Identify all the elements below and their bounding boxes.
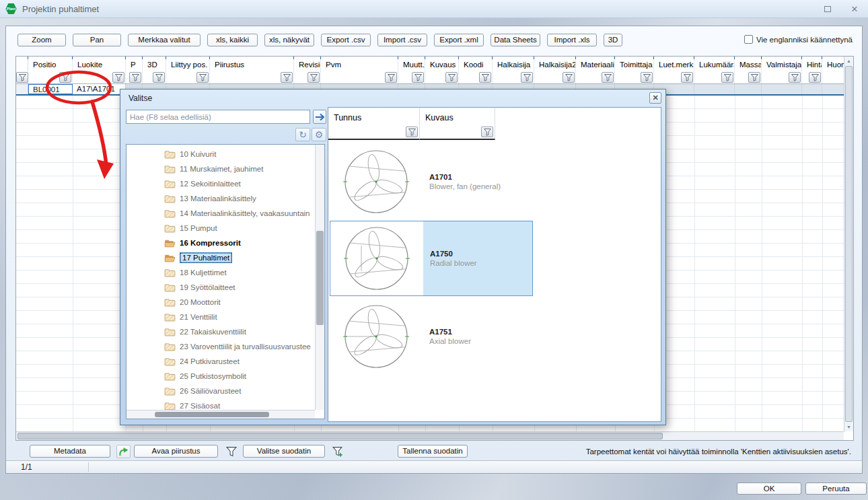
- filter-button-hinta[interactable]: [809, 72, 821, 83]
- tree-item-26-s-ili-varusteet[interactable]: 26 Säiliövarusteet: [126, 384, 315, 398]
- filter-button-koodi[interactable]: [479, 72, 491, 83]
- tree-item-17-puhaltimet[interactable]: 17 Puhaltimet: [126, 250, 315, 265]
- dialog-close-button[interactable]: ✕: [649, 92, 661, 104]
- select-filter-button[interactable]: Valitse suodatin: [243, 445, 325, 458]
- tree-item-14-materiaalink-sittely-vaakasuuntain[interactable]: 14 Materiaalinkäsittely, vaakasuuntain: [126, 206, 315, 221]
- data-cell-hinta[interactable]: [802, 84, 822, 94]
- column-header-kuvaus[interactable]: Kuvaus: [425, 59, 459, 71]
- filter-button-massa[interactable]: [748, 72, 760, 83]
- column-header-luokite[interactable]: Luokite: [73, 59, 126, 71]
- cancel-button[interactable]: Peruuta: [805, 483, 867, 495]
- vertical-scroll-thumb[interactable]: [845, 66, 853, 422]
- filter-button-tunnus[interactable]: [406, 127, 418, 137]
- symbol-item-a1750[interactable]: A1750Radial blower: [330, 221, 533, 296]
- filter-button-piirustus[interactable]: [281, 72, 293, 83]
- toolbar-button-zoom[interactable]: Zoom: [17, 34, 66, 46]
- tree-item-19-sy-tt-laitteet[interactable]: 19 Syöttölaitteet: [126, 280, 315, 295]
- filter-button-halkaisija[interactable]: [521, 72, 533, 83]
- refresh-button[interactable]: ↻: [295, 128, 310, 141]
- search-input[interactable]: [126, 110, 310, 124]
- data-cell-lukum-r[interactable]: [694, 84, 735, 94]
- tree-item-18-kuljettimet[interactable]: 18 Kuljettimet: [126, 265, 315, 280]
- filter-button-positio[interactable]: [59, 72, 71, 83]
- add-filter-icon-button[interactable]: [330, 445, 345, 458]
- filter-button-3d[interactable]: [153, 72, 165, 83]
- filter-button-toimittaja[interactable]: [641, 72, 653, 83]
- filter-button-luet-merk[interactable]: [681, 72, 693, 83]
- column-header-toimittaja[interactable]: Toimittaja: [615, 59, 654, 71]
- toolbar-button-data-sheets[interactable]: Data Sheets: [491, 34, 540, 46]
- column-header-p[interactable]: P: [126, 59, 143, 71]
- column-header-positio[interactable]: Positio: [28, 59, 73, 71]
- filter-button-revisio[interactable]: [308, 72, 320, 83]
- column-header-valmistaja[interactable]: Valmistaja: [762, 59, 802, 71]
- horizontal-scroll-thumb[interactable]: [17, 433, 663, 439]
- refresh-green-button[interactable]: [116, 445, 131, 458]
- tree-item-13-materiaalink-sittely[interactable]: 13 Materiaalinkäsittely: [126, 191, 315, 206]
- column-header-lukum-r[interactable]: Lukumäärä: [694, 59, 735, 71]
- filter-button-kuvaus[interactable]: [481, 127, 493, 137]
- toolbar-button-xls-kaikki[interactable]: xls, kaikki: [207, 34, 258, 46]
- toolbar-button-import-xls[interactable]: Import .xls: [547, 34, 597, 46]
- save-filter-button[interactable]: Tallenna suodatin: [398, 445, 468, 458]
- column-header-halkaisija[interactable]: Halkaisija: [493, 59, 534, 71]
- row-selector-cell[interactable]: [16, 84, 28, 94]
- column-header-kuvaus[interactable]: Kuvaus: [420, 108, 495, 140]
- symbol-item-a1701[interactable]: A1701Blower, fan (general): [330, 147, 533, 217]
- column-header-3d[interactable]: 3D: [143, 59, 166, 71]
- toolbar-button-merkkaa-valitut[interactable]: Merkkaa valitut: [128, 34, 201, 46]
- filter-button-liittyy-pos[interactable]: [196, 72, 209, 83]
- column-header-muutt[interactable]: Muutt.: [398, 59, 425, 71]
- filter-button-halkaisija2[interactable]: [563, 72, 575, 83]
- filter-button-kuvaus[interactable]: [445, 72, 458, 83]
- table-vertical-scrollbar[interactable]: ▲ ▼: [844, 57, 853, 431]
- column-header-tunnus[interactable]: Tunnus: [328, 108, 420, 140]
- tree-item-24-putkivarusteet[interactable]: 24 Putkivarusteet: [126, 354, 315, 369]
- tree-item-20-moottorit[interactable]: 20 Moottorit: [126, 295, 315, 310]
- metadata-button[interactable]: Metadata: [30, 445, 110, 458]
- tree-vertical-scrollbar[interactable]: [315, 145, 324, 410]
- close-button[interactable]: ✕: [849, 4, 860, 14]
- column-header-luet-merk[interactable]: Luet.merk.: [654, 59, 694, 71]
- filter-button-lukum-r[interactable]: [721, 72, 733, 83]
- open-drawing-button[interactable]: Avaa piirustus: [134, 445, 218, 458]
- tree-item-12-sekoitinlaitteet[interactable]: 12 Sekoitinlaitteet: [126, 176, 315, 191]
- column-header-hinta[interactable]: Hinta: [802, 59, 822, 71]
- tree-item-23-varoventtiilit-ja-turvallisuusvarustee[interactable]: 23 Varoventtiilit ja turvallisuusvaruste…: [126, 339, 315, 354]
- data-cell-positio[interactable]: BL0001: [28, 84, 73, 94]
- toolbar-button-import-csv[interactable]: Import .csv: [377, 34, 427, 46]
- filter-button-valmistaja[interactable]: [789, 72, 801, 83]
- tree-item-22-takaiskuventtiilit[interactable]: 22 Takaiskuventtiilit: [126, 324, 315, 339]
- table-horizontal-scrollbar[interactable]: [16, 431, 844, 440]
- ok-button[interactable]: OK: [737, 483, 801, 495]
- tree-vscroll-thumb[interactable]: [316, 231, 324, 325]
- filter-button-materiaali[interactable]: [602, 72, 614, 83]
- column-header-liittyy-pos[interactable]: Liittyy pos.: [166, 59, 210, 71]
- tree-item-21-venttiilit[interactable]: 21 Venttiilit: [126, 310, 315, 324]
- column-header-massa[interactable]: Massa: [735, 59, 762, 71]
- scroll-up-icon[interactable]: ▲: [844, 57, 853, 65]
- column-header-koodi[interactable]: Koodi: [459, 59, 493, 71]
- tree-item-11-murskaimet-jauhimet[interactable]: 11 Murskaimet, jauhimet: [126, 162, 315, 176]
- column-header-piirustus[interactable]: Piirustus: [210, 59, 294, 71]
- column-header-pvm[interactable]: Pvm: [321, 59, 398, 71]
- tree-horizontal-scrollbar[interactable]: [126, 410, 315, 419]
- column-header-revisio[interactable]: Revisio: [294, 59, 321, 71]
- tree-item-27-sis-osat[interactable]: 27 Sisäosat: [126, 398, 315, 410]
- column-header-materiaali[interactable]: Materiaali: [576, 59, 615, 71]
- data-cell-massa[interactable]: [735, 84, 762, 94]
- translate-checkbox[interactable]: [744, 35, 753, 44]
- toolbar-button-export-csv[interactable]: Export .csv: [321, 34, 371, 46]
- tree-item-15-pumput[interactable]: 15 Pumput: [126, 221, 315, 236]
- filter-button-muutt[interactable]: [412, 72, 424, 83]
- tree-hscroll-thumb[interactable]: [155, 412, 269, 417]
- tree-item-10-kuivurit[interactable]: 10 Kuivurit: [126, 147, 315, 162]
- toolbar-button-pan[interactable]: Pan: [73, 34, 121, 46]
- filter-button-p[interactable]: [129, 72, 141, 83]
- tree-item-16-kompressorit[interactable]: 16 Kompressorit: [126, 236, 315, 250]
- data-cell-luokite[interactable]: A17\A1701: [73, 84, 126, 94]
- column-header-halkaisija2[interactable]: Halkaisija2: [534, 59, 576, 71]
- filter-button-row[interactable]: [16, 72, 28, 83]
- symbol-item-a1751[interactable]: A1751Axial blower: [330, 301, 533, 371]
- toolbar-button-3d[interactable]: 3D: [604, 34, 622, 46]
